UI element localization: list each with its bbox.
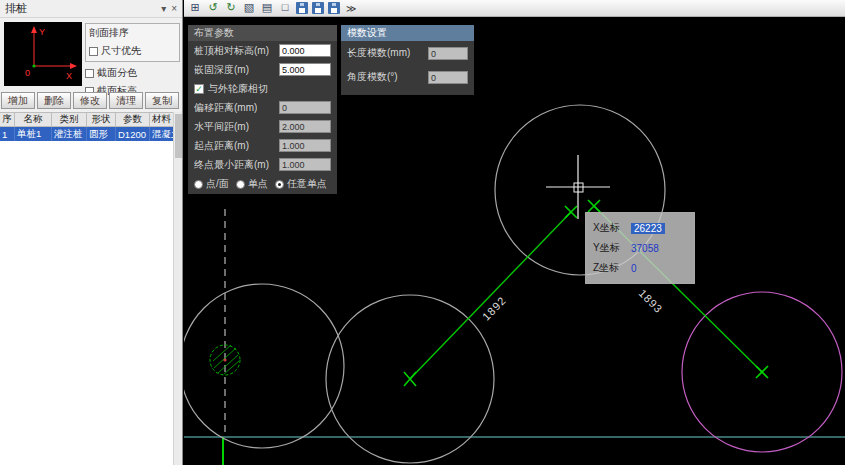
x-marker-top-right <box>588 200 600 212</box>
x-marker-top-left <box>565 206 577 218</box>
coord-label: X坐标 <box>593 221 631 235</box>
panel-titlebar[interactable]: 排桩 ▾ × <box>0 0 182 18</box>
preview-axes: Y X 0 <box>4 22 82 86</box>
table-header: 序 名称 类别 形状 参数 材料 <box>0 112 174 127</box>
iso-view-icon[interactable]: ▧ <box>242 1 256 15</box>
field-embed-depth: 嵌固深度(m) 5.000 <box>188 60 337 79</box>
checkbox-label: 尺寸优先 <box>101 44 141 58</box>
field-pile-top-elevation: 桩顶相对标高(m) 0.000 <box>188 41 337 60</box>
save-icon-1[interactable] <box>296 2 308 14</box>
cad-canvas[interactable]: 1892 1893 布置参数 桩顶相对标高(m) 0.000 嵌固深度(m) <box>184 17 845 465</box>
rotate-left-icon[interactable]: ↺ <box>206 1 220 15</box>
radio-point-face[interactable]: 点/面 <box>194 177 229 191</box>
col-index[interactable]: 序 <box>0 112 15 127</box>
field-label: 偏移距离(mm) <box>194 101 257 115</box>
cell-material: 混凝土 <box>150 127 174 141</box>
field-input[interactable]: 5.000 <box>279 63 331 76</box>
cad-toolbar: ⊞ ↺ ↻ ▧ ▤ □ ≫ <box>184 0 845 17</box>
pile-actions: 增加 删除 修改 清理 复制 <box>1 92 179 109</box>
field-label: 嵌固深度(m) <box>194 63 249 77</box>
dim-label-2[interactable]: 1893 <box>637 287 666 316</box>
axis-origin-label: 0 <box>25 68 30 78</box>
field-angle-module: 角度模数(°) 0 <box>341 65 474 89</box>
field-input[interactable]: 0 <box>428 47 468 60</box>
axis-x-label: X <box>66 71 72 81</box>
field-label: 长度模数(mm) <box>347 46 410 60</box>
axis-y-label: Y <box>39 27 45 37</box>
coord-value: 37058 <box>631 243 659 254</box>
coord-row-z: Z坐标 0 <box>593 258 687 278</box>
field-input: 2.000 <box>279 120 331 133</box>
field-input: 0 <box>279 101 331 114</box>
layout-params-header[interactable]: 布置参数 <box>188 25 337 41</box>
radio-label: 点/面 <box>206 177 229 191</box>
section-preview: Y X 0 <box>4 22 82 86</box>
cell-shape: 圆形 <box>87 127 116 141</box>
modify-button[interactable]: 修改 <box>73 92 107 109</box>
coord-label: Z坐标 <box>593 261 631 275</box>
col-category[interactable]: 类别 <box>52 112 87 127</box>
radio-button[interactable] <box>236 180 245 189</box>
pin-icon[interactable]: ▾ <box>161 4 166 14</box>
col-shape[interactable]: 形状 <box>87 112 116 127</box>
field-label: 终点最小距离(m) <box>194 158 269 172</box>
grid-view-icon[interactable]: ⊞ <box>188 1 202 15</box>
toolbar-overflow-icon[interactable]: ≫ <box>346 3 356 14</box>
col-material[interactable]: 材料 <box>150 112 174 127</box>
checkbox-label: 截面分色 <box>97 66 137 80</box>
cad-main: ⊞ ↺ ↻ ▧ ▤ □ ≫ <box>184 0 845 465</box>
coord-value-input[interactable]: 26223 <box>631 223 665 234</box>
delete-button[interactable]: 删除 <box>37 92 71 109</box>
checkbox-box[interactable] <box>89 47 98 56</box>
sheet-view-icon[interactable]: ▤ <box>260 1 274 15</box>
wireframe-view-icon[interactable]: □ <box>278 1 292 15</box>
coord-value: 0 <box>631 263 637 274</box>
field-offset-distance: 偏移距离(mm) 0 <box>188 98 337 117</box>
save-icon-2[interactable] <box>312 2 324 14</box>
radio-single-point[interactable]: 单点 <box>236 177 268 191</box>
table-row[interactable]: 1 单桩1 灌注桩 圆形 D1200 混凝土 <box>0 127 174 141</box>
section-options: 剖面排序 尺寸优先 截面分色 截面标高 <box>85 23 180 98</box>
pile-circle-left[interactable] <box>184 284 344 448</box>
radio-button[interactable] <box>194 180 203 189</box>
module-settings-header[interactable]: 模数设置 <box>341 25 474 41</box>
field-input[interactable]: 0.000 <box>279 44 331 57</box>
dim-label-1[interactable]: 1892 <box>480 294 508 323</box>
field-length-module: 长度模数(mm) 0 <box>341 41 474 65</box>
module-settings-panel: 模数设置 长度模数(mm) 0 角度模数(°) 0 <box>341 25 474 95</box>
field-input: 1.000 <box>279 139 331 152</box>
rotate-right-icon[interactable]: ↻ <box>224 1 238 15</box>
close-icon[interactable]: × <box>171 4 177 14</box>
clean-button[interactable]: 清理 <box>109 92 143 109</box>
scrollbar-thumb[interactable] <box>175 114 182 158</box>
add-button[interactable]: 增加 <box>1 92 35 109</box>
radio-button[interactable] <box>275 180 284 189</box>
coord-label: Y坐标 <box>593 241 631 255</box>
col-name[interactable]: 名称 <box>15 112 52 127</box>
sort-group: 剖面排序 尺寸优先 <box>85 23 180 62</box>
checkbox-section-color[interactable]: 截面分色 <box>85 66 180 80</box>
copy-button[interactable]: 复制 <box>145 92 179 109</box>
radio-any-single-point[interactable]: 任意单点 <box>275 177 327 191</box>
checkbox-box[interactable] <box>85 69 94 78</box>
field-horizontal-spacing: 水平间距(m) 2.000 <box>188 117 337 136</box>
x-marker-middle <box>404 372 416 386</box>
table-scrollbar[interactable] <box>173 112 182 465</box>
checkbox-tangent-outline[interactable]: ✓ 与外轮廓相切 <box>188 79 337 98</box>
panel-title: 排桩 <box>5 1 27 16</box>
checkbox-size-priority[interactable]: 尺寸优先 <box>89 44 176 58</box>
sort-group-title: 剖面排序 <box>89 26 176 40</box>
field-label: 起点距离(m) <box>194 139 249 153</box>
radio-label: 单点 <box>248 177 268 191</box>
save-icon-3[interactable] <box>328 2 340 14</box>
cell-parameter: D1200 <box>116 127 150 141</box>
x-marker-magenta <box>756 366 768 378</box>
field-label: 角度模数(°) <box>347 70 398 84</box>
table-empty-area[interactable] <box>0 141 174 465</box>
field-label: 水平间距(m) <box>194 120 249 134</box>
col-parameter[interactable]: 参数 <box>116 112 150 127</box>
coord-row-x: X坐标 26223 <box>593 218 687 238</box>
checkbox-box[interactable]: ✓ <box>194 84 204 94</box>
field-end-min-distance: 终点最小距离(m) 1.000 <box>188 155 337 174</box>
field-input[interactable]: 0 <box>428 71 468 84</box>
